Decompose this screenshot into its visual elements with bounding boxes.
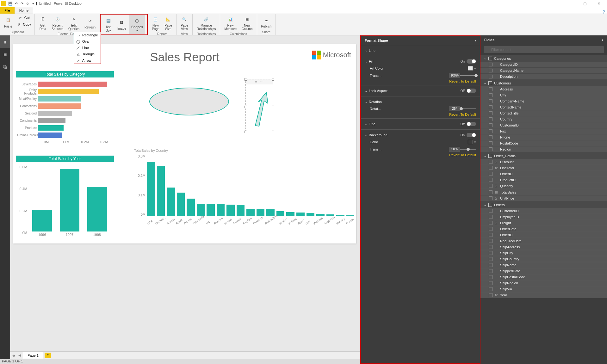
fields-table[interactable]: ⌄Orders (480, 201, 607, 208)
fields-field[interactable]: Phone (480, 134, 607, 140)
fields-search-input[interactable] (484, 46, 604, 53)
manage-relationships-button[interactable]: 🔗ManageRelationships (195, 15, 218, 32)
copy-button[interactable]: ⎘Copy (15, 21, 33, 28)
page-prev-icon[interactable]: ◀ (16, 353, 23, 357)
bg-color-picker[interactable] (468, 140, 473, 144)
qat-dropdown-icon[interactable]: ▾ (30, 1, 36, 6)
shapes-button[interactable]: ◯Shapes▾ (129, 15, 145, 34)
chevron-down-icon[interactable]: ▾ (474, 66, 476, 71)
cut-button[interactable]: ✂Cut (15, 15, 33, 21)
fields-field[interactable]: ΣFreight (480, 220, 607, 226)
fields-field[interactable]: ShipAddress (480, 244, 607, 250)
chevron-down-icon[interactable]: ▾ (474, 140, 476, 144)
fields-field[interactable]: ShipPostalCode (480, 274, 607, 280)
fields-field[interactable]: ProductID (480, 177, 607, 183)
shape-line[interactable]: ／Line (74, 45, 101, 51)
page-size-button[interactable]: 📐PageSize (162, 15, 174, 32)
undo-icon[interactable]: ↶ (13, 1, 19, 6)
fields-field[interactable]: EmployeeID (480, 214, 607, 220)
rotation-revert[interactable]: Revert To Default (370, 113, 476, 116)
fields-field[interactable]: Region (480, 146, 607, 152)
redo-icon[interactable]: ↷ (19, 1, 25, 6)
shape-oval[interactable]: ◯Oval (74, 38, 101, 45)
oval-shape[interactable] (149, 88, 229, 115)
chart-sales-by-country[interactable]: TotalSales by Country 0.3M0.2M0.1M0M USA… (134, 148, 356, 226)
fill-trans-value[interactable]: 100% (449, 73, 460, 78)
refresh-button[interactable]: ⟳Refresh (82, 15, 98, 32)
title-toggle[interactable] (467, 122, 476, 126)
fields-field[interactable]: ContactName (480, 104, 607, 110)
shape-rectangle[interactable]: ▭Rectangle (74, 32, 101, 38)
rotation-slider[interactable] (460, 108, 476, 109)
fields-field[interactable]: ΣQuantity (480, 183, 607, 189)
lockaspect-toggle[interactable] (467, 89, 476, 93)
background-toggle[interactable] (467, 133, 476, 137)
fields-field[interactable]: ContactTitle (480, 110, 607, 116)
page-view-button[interactable]: 🔍PageView (178, 15, 190, 32)
smile-icon[interactable]: ☺ (25, 1, 30, 6)
recent-sources-button[interactable]: 🕘RecentSources (49, 15, 65, 32)
fields-field[interactable]: CategoryName (480, 68, 607, 74)
minimize-icon[interactable]: — (564, 0, 578, 7)
fields-field[interactable]: Address (480, 86, 607, 92)
fields-field[interactable]: ▦TotalSales (480, 189, 607, 195)
get-data-button[interactable]: 🗄GetData (37, 15, 49, 32)
edit-queries-button[interactable]: ✎EditQueries (66, 15, 82, 32)
new-measure-button[interactable]: 📊NewMeasure (222, 15, 239, 32)
report-canvas[interactable]: Sales Report Microsoft Total Sales by Ca… (13, 44, 356, 244)
chart-sales-by-year[interactable]: Total Sales by Year 0.6M0.4M0.2M0M 19961… (16, 156, 114, 241)
format-rotation-section[interactable]: ⌄Rotation (365, 98, 476, 105)
new-column-button[interactable]: ▦NewColumn (239, 15, 255, 32)
fields-table[interactable]: ⌄Order_Details (480, 152, 607, 159)
fields-field[interactable]: CategoryID (480, 62, 607, 68)
fields-field[interactable]: CustomerID (480, 122, 607, 128)
format-line-section[interactable]: ⌄Line (365, 47, 476, 54)
shape-arrow[interactable]: ➚Arrow (74, 57, 101, 64)
drag-handle-icon[interactable]: ≡ (255, 80, 257, 84)
fields-field[interactable]: PostalCode (480, 140, 607, 146)
fields-field[interactable]: ShippedDate (480, 268, 607, 274)
fields-field[interactable]: Country (480, 116, 607, 122)
fields-table[interactable]: ⌄Categories (480, 55, 607, 62)
page-first-icon[interactable]: ⏮ (10, 354, 16, 357)
collapse-icon[interactable]: › (602, 38, 603, 42)
maximize-icon[interactable]: ▢ (578, 0, 592, 7)
fields-field[interactable]: RequiredDate (480, 238, 607, 244)
bg-trans-slider[interactable] (460, 149, 476, 150)
model-view-icon[interactable]: ⿻ (0, 61, 10, 73)
fields-field[interactable]: ΣDiscount (480, 159, 607, 165)
add-page-button[interactable]: + (45, 353, 51, 358)
fields-field[interactable]: Fax (480, 128, 607, 134)
bg-revert[interactable]: Revert To Default (370, 153, 476, 157)
fill-color-picker[interactable] (468, 66, 473, 71)
arrow-shape[interactable]: ≡ ⋯ (245, 79, 273, 132)
rotation-value[interactable]: 25° (449, 106, 460, 111)
fields-field[interactable]: CompanyName (480, 98, 607, 104)
publish-button[interactable]: ☁Publish (259, 15, 274, 30)
chart-sales-by-category[interactable]: Total Sales by Category BeveragesDairy P… (16, 71, 114, 144)
collapse-icon[interactable]: › (475, 39, 476, 42)
fill-revert[interactable]: Revert To Default (370, 79, 476, 83)
paste-button[interactable]: 📋Paste (2, 15, 15, 30)
fields-field[interactable]: OrderID (480, 232, 607, 238)
bg-trans-value[interactable]: 50% (449, 147, 460, 152)
textbox-button[interactable]: 🔤TextBox (102, 15, 115, 34)
data-view-icon[interactable]: ▦ (0, 48, 10, 61)
fields-field[interactable]: Description (480, 74, 607, 80)
fields-field[interactable]: ΣUnitPrice (480, 195, 607, 201)
fields-field[interactable]: OrderDate (480, 226, 607, 232)
format-background-section[interactable]: ⌄BackgroundOn (365, 132, 476, 139)
fields-field[interactable]: City (480, 92, 607, 98)
fields-field[interactable]: ShipName (480, 262, 607, 268)
page-tab-1[interactable]: Page 1 (23, 352, 43, 359)
format-fill-section[interactable]: ⌄FillOn (365, 58, 476, 65)
fields-field[interactable]: CustomerID (480, 208, 607, 214)
save-icon[interactable]: 💾 (8, 1, 13, 6)
format-lockaspect-section[interactable]: ⌄Lock AspectOff (365, 87, 476, 94)
fields-field[interactable]: ShipRegion (480, 280, 607, 286)
tab-file[interactable]: File (0, 7, 15, 14)
close-icon[interactable]: ✕ (592, 0, 606, 7)
image-button[interactable]: 🖼Image (115, 15, 128, 34)
fields-table[interactable]: ⌄Customers (480, 80, 607, 86)
fields-field[interactable]: ShipVia (480, 286, 607, 292)
